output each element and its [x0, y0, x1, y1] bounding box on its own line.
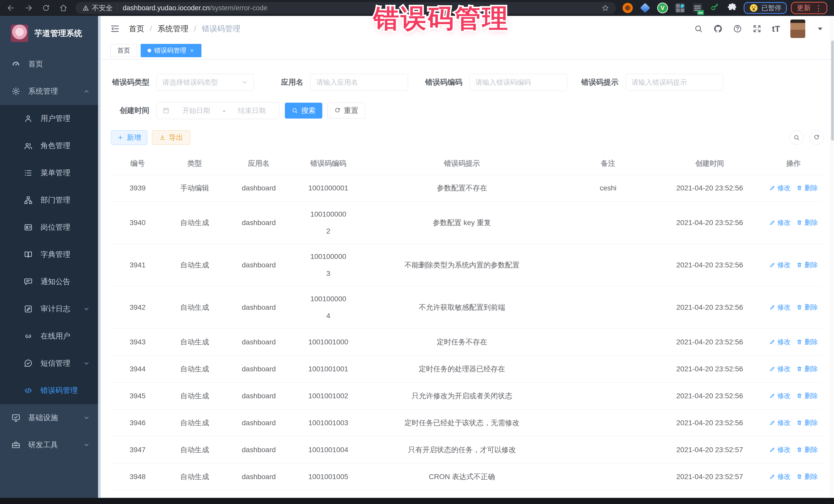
delete-link[interactable]: 删除 [796, 445, 818, 454]
fullscreen-icon[interactable] [752, 24, 762, 34]
logo[interactable]: 芋道管理系统 [0, 16, 101, 50]
forward-icon[interactable] [24, 4, 33, 12]
hamburger-icon[interactable] [110, 24, 120, 34]
sidebar-item-home[interactable]: 首页 [0, 50, 101, 78]
delete-link[interactable]: 删除 [796, 337, 818, 346]
delete-link[interactable]: 删除 [796, 418, 818, 427]
table-search-button[interactable] [789, 130, 804, 145]
cell-code: 1001000001 [292, 175, 364, 202]
trash-icon [796, 304, 803, 310]
trash-icon [796, 393, 803, 399]
edit-link[interactable]: 修改 [769, 218, 791, 227]
chevron-down-icon [83, 414, 90, 421]
reload-icon[interactable] [42, 4, 50, 12]
sidebar-menu: 首页系统管理用户管理角色管理菜单管理部门管理岗位管理字典管理通知公告审计日志在线… [0, 50, 101, 459]
breadcrumb-home[interactable]: 首页 [129, 24, 144, 34]
paused-extension-pill[interactable]: 已暂停 [744, 2, 787, 14]
list-on-extension[interactable]: on [692, 2, 703, 14]
dashboard-icon [11, 60, 21, 69]
reset-button[interactable]: 重置 [327, 103, 365, 118]
add-button[interactable]: 新增 [111, 130, 147, 145]
caret-down-icon[interactable] [815, 24, 825, 34]
address-bar[interactable]: 不安全 dashboard.yudao.iocoder.cn /system/e… [75, 2, 616, 14]
scrollbar-thumb[interactable] [831, 41, 834, 140]
app-name-input[interactable]: 请输入应用名 [310, 74, 408, 91]
edit-link[interactable]: 修改 [769, 183, 791, 193]
sidebar-item-post-management[interactable]: 岗位管理 [0, 214, 101, 241]
delete-link[interactable]: 删除 [796, 218, 818, 227]
sidebar-item-infrastructure[interactable]: 基础设施 [0, 404, 101, 431]
bookmark-star-icon[interactable] [601, 4, 609, 12]
home-icon[interactable] [59, 4, 68, 12]
date-range-picker[interactable]: 开始日期 - 结束日期 [156, 102, 279, 119]
chevron-down-icon [241, 79, 248, 86]
edit-link[interactable]: 修改 [769, 365, 791, 373]
sidebar-scrollbar[interactable] [98, 16, 101, 498]
edit-link[interactable]: 修改 [769, 391, 791, 400]
edit-link[interactable]: 修改 [769, 303, 791, 312]
col-code: 错误码编码 [292, 153, 364, 175]
sidebar-item-user-management[interactable]: 用户管理 [0, 105, 101, 132]
edit-icon [769, 366, 775, 372]
sidebar-item-label: 首页 [28, 59, 43, 69]
table-refresh-button[interactable] [809, 130, 824, 145]
sidebar-item-dept-management[interactable]: 部门管理 [0, 187, 101, 214]
breadcrumb-system[interactable]: 系统管理 [158, 24, 188, 34]
org-tree-icon [24, 196, 33, 205]
grid-extension[interactable] [674, 2, 686, 14]
sidebar-item-system-management[interactable]: 系统管理 [0, 78, 101, 105]
help-icon[interactable] [733, 24, 742, 34]
green-circle-extension[interactable]: V [657, 2, 668, 14]
edit-link[interactable]: 修改 [769, 261, 791, 269]
error-type-select[interactable]: 请选择错误码类型 [156, 74, 254, 91]
cell-remark [560, 202, 656, 244]
sidebar-item-dev-tools[interactable]: 研发工具 [0, 431, 101, 459]
tab-error-code[interactable]: 错误码管理 [140, 44, 201, 57]
edit-link[interactable]: 修改 [769, 472, 791, 481]
delete-link[interactable]: 删除 [796, 365, 818, 373]
edit-link[interactable]: 修改 [769, 418, 791, 427]
delete-link[interactable]: 删除 [796, 261, 818, 269]
error-code-input[interactable]: 请输入错误码编码 [469, 74, 567, 91]
orange-shield-extension[interactable] [622, 2, 633, 14]
delete-link[interactable]: 删除 [796, 303, 818, 312]
search-icon[interactable] [694, 24, 703, 34]
edit-link[interactable]: 修改 [769, 445, 791, 454]
browser-update-button[interactable]: 更新 ⋮ [791, 2, 827, 14]
cell-code: 1001000003 [292, 244, 364, 286]
cell-actions: 修改删除 [763, 410, 824, 437]
delete-link[interactable]: 删除 [796, 391, 818, 400]
sidebar-item-notice-management[interactable]: 通知公告 [0, 268, 101, 295]
cell-hint: 不允许获取敏感配置到前端 [364, 286, 560, 329]
close-icon[interactable] [190, 48, 195, 53]
sidebar-item-online-users[interactable]: 在线用户 [0, 323, 101, 350]
cell-actions: 修改删除 [763, 382, 824, 410]
delete-link[interactable]: 删除 [796, 183, 818, 193]
blue-gem-extension[interactable] [639, 2, 651, 14]
cell-hint: 参数配置 key 重复 [364, 202, 560, 244]
sidebar-item-menu-management[interactable]: 菜单管理 [0, 159, 101, 187]
tab-home[interactable]: 首页 [110, 44, 137, 57]
sidebar-item-role-management[interactable]: 角色管理 [0, 132, 101, 159]
search-button[interactable]: 搜索 [285, 103, 322, 118]
sidebar-item-dict-management[interactable]: 字典管理 [0, 241, 101, 268]
sidebar-item-audit-log[interactable]: 审计日志 [0, 295, 101, 323]
export-button[interactable]: 导出 [152, 130, 191, 145]
back-icon[interactable] [7, 4, 15, 12]
sidebar-item-error-code-management[interactable]: 错误码管理 [0, 377, 101, 404]
puzzle-extension[interactable] [727, 2, 738, 14]
delete-link[interactable]: 删除 [796, 472, 818, 481]
page-scrollbar[interactable] [830, 16, 834, 498]
cell-hint: 不能删除类型为系统内置的参数配置 [364, 244, 560, 286]
green-key-extension[interactable] [709, 2, 721, 14]
cell-time: 2021-04-20 23:52:56 [656, 244, 763, 286]
github-icon[interactable] [714, 24, 723, 34]
sidebar-item-sms-management[interactable]: 短信管理 [0, 350, 101, 377]
font-size-icon[interactable]: tT [772, 24, 780, 34]
main-area: 首页 / 系统管理 / 错误码管理 tT 首页 [101, 16, 834, 498]
user-avatar[interactable] [790, 20, 805, 38]
error-hint-input[interactable]: 请输入错误码提示 [626, 74, 723, 91]
browser-menu-icon[interactable]: ⋮ [815, 4, 822, 13]
sidebar: 芋道管理系统 首页系统管理用户管理角色管理菜单管理部门管理岗位管理字典管理通知公… [0, 16, 101, 498]
edit-link[interactable]: 修改 [769, 337, 791, 346]
